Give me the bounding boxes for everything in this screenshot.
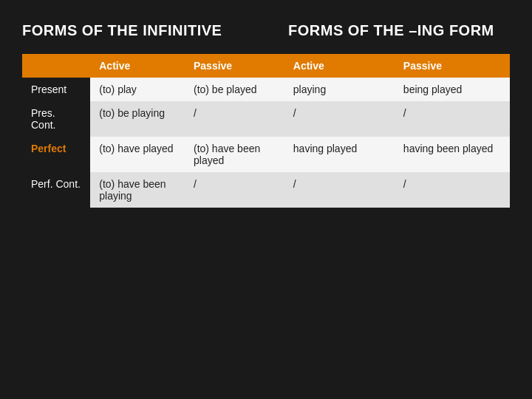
cell-2-ing_active: having played: [284, 137, 395, 172]
cell-3-inf_active: (to) have been playing: [90, 172, 185, 208]
col-header-inf-active: Active: [90, 54, 185, 78]
cell-1-ing_active: /: [284, 101, 395, 137]
grammar-table: Active Passive Active Passive Present(to…: [22, 54, 510, 208]
infinitive-title: FORMS OF THE INFINITIVE: [22, 22, 222, 39]
col-header-ing-passive: Passive: [395, 54, 510, 78]
cell-1-ing_passive: /: [395, 101, 510, 137]
table-row: Perf. Cont.(to) have been playing///: [22, 172, 510, 208]
header-right: FORMS OF THE –ING FORM: [266, 22, 510, 39]
col-header-label: [22, 54, 90, 78]
row-label-0: Present: [22, 78, 90, 101]
row-label-3: Perf. Cont.: [22, 172, 90, 208]
col-header-ing-active: Active: [284, 54, 395, 78]
table-row: Pres. Cont.(to) be playing///: [22, 101, 510, 137]
col-header-inf-passive: Passive: [185, 54, 284, 78]
cell-3-inf_passive: /: [185, 172, 284, 208]
table-wrapper: Active Passive Active Passive Present(to…: [22, 54, 510, 208]
cell-2-inf_passive: (to) have been played: [185, 137, 284, 172]
row-label-2: Perfect: [22, 137, 90, 172]
header-row: FORMS OF THE INFINITIVE FORMS OF THE –IN…: [22, 22, 510, 39]
page: FORMS OF THE INFINITIVE FORMS OF THE –IN…: [0, 0, 532, 399]
cell-2-inf_active: (to) have played: [90, 137, 185, 172]
cell-0-ing_active: playing: [284, 78, 395, 101]
header-left: FORMS OF THE INFINITIVE: [22, 22, 266, 39]
row-label-1: Pres. Cont.: [22, 101, 90, 137]
cell-1-inf_active: (to) be playing: [90, 101, 185, 137]
table-row: Present(to) play(to) be playedplayingbei…: [22, 78, 510, 101]
cell-0-inf_passive: (to) be played: [185, 78, 284, 101]
table-row: Perfect(to) have played(to) have been pl…: [22, 137, 510, 172]
cell-0-ing_passive: being played: [395, 78, 510, 101]
header-row-table: Active Passive Active Passive: [22, 54, 510, 78]
ing-form-title: FORMS OF THE –ING FORM: [288, 22, 494, 39]
cell-3-ing_passive: /: [395, 172, 510, 208]
cell-2-ing_passive: having been played: [395, 137, 510, 172]
cell-3-ing_active: /: [284, 172, 395, 208]
cell-1-inf_passive: /: [185, 101, 284, 137]
cell-0-inf_active: (to) play: [90, 78, 185, 101]
